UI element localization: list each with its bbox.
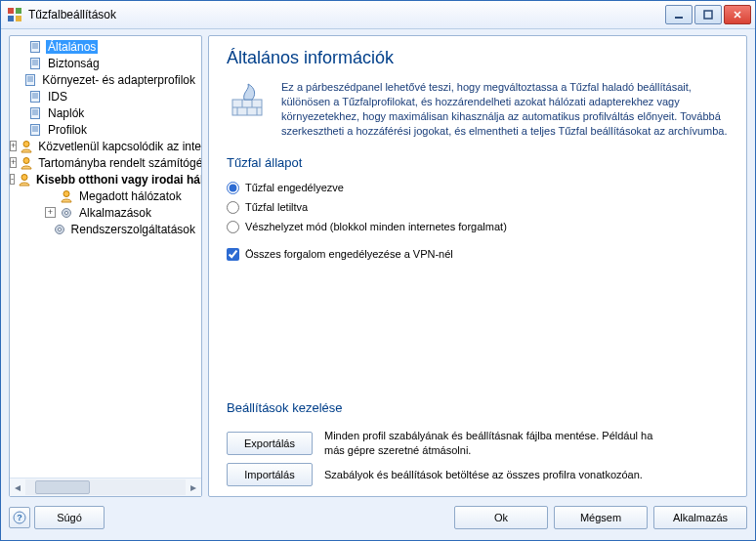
- export-desc: Minden profil szabályának és beállításna…: [324, 429, 676, 457]
- tree-item-label: Rendszerszolgáltatások: [69, 223, 197, 236]
- svg-rect-0: [8, 8, 14, 14]
- svg-rect-22: [31, 107, 40, 118]
- tree-item[interactable]: Biztonság: [10, 55, 201, 71]
- tree-item[interactable]: Környezet- és adapterprofilok: [10, 71, 201, 88]
- status-radio-label: Tűzfal letiltva: [245, 201, 308, 213]
- user-icon: [20, 155, 33, 171]
- svg-rect-1: [16, 8, 21, 14]
- window-buttons: [665, 5, 751, 24]
- tree-item[interactable]: -Kisebb otthoni vagy irodai hálózat: [10, 171, 201, 187]
- tree-item[interactable]: +Közvetlenül kapcsolódik az internethez: [10, 138, 201, 154]
- tree-item[interactable]: Rendszerszolgáltatások: [10, 221, 201, 237]
- vpn-allow-checkbox[interactable]: [227, 248, 239, 261]
- status-radio[interactable]: Tűzfal engedélyezve: [227, 178, 733, 197]
- intro: Ez a párbeszédpanel lehetővé teszi, hogy…: [227, 80, 733, 138]
- user-icon: [59, 188, 74, 204]
- page-icon: [23, 72, 37, 88]
- gear-icon: [59, 205, 74, 221]
- expand-icon[interactable]: +: [10, 141, 17, 151]
- vpn-allow-label: Összes forgalom engedélyezése a VPN-nél: [245, 248, 453, 260]
- status-radio-input[interactable]: [227, 182, 239, 194]
- footer-left: ? Súgó: [9, 506, 105, 529]
- svg-text:?: ?: [17, 513, 22, 522]
- gear-icon: [53, 222, 66, 237]
- status-radio[interactable]: Tűzfal letiltva: [227, 197, 733, 217]
- scroll-thumb[interactable]: [35, 480, 90, 494]
- status-radios: Tűzfal engedélyezveTűzfal letiltvaVészhe…: [227, 178, 733, 236]
- tree-item[interactable]: IDS: [10, 88, 201, 104]
- tree-item[interactable]: +Tartományba rendelt számítógép: [10, 154, 201, 171]
- svg-rect-2: [8, 16, 14, 21]
- svg-point-31: [23, 157, 29, 163]
- svg-rect-5: [704, 11, 712, 19]
- export-button[interactable]: Exportálás: [227, 432, 313, 455]
- ok-button[interactable]: Ok: [454, 506, 548, 529]
- firewall-settings-window: Tűzfalbeállítások ÁltalánosBiztonságKörn…: [0, 0, 756, 541]
- close-button[interactable]: [724, 5, 751, 24]
- footer-right: Ok Mégsem Alkalmazás: [454, 506, 747, 529]
- tree-item-label: Kisebb otthoni vagy irodai hálózat: [34, 173, 201, 187]
- scroll-track[interactable]: [25, 479, 186, 495]
- help-icon[interactable]: ?: [9, 507, 30, 528]
- twisty-none: [14, 91, 24, 102]
- tree-item-label: Biztonság: [46, 57, 102, 70]
- intro-text: Ez a párbeszédpanel lehetővé teszi, hogy…: [281, 80, 733, 138]
- nav-tree[interactable]: ÁltalánosBiztonságKörnyezet- és adapterp…: [10, 36, 201, 478]
- tree-item[interactable]: +Alkalmazások: [10, 204, 201, 221]
- tree-item-label: Alkalmazások: [77, 206, 153, 220]
- scroll-right-icon[interactable]: ▸: [186, 479, 201, 495]
- tree-item[interactable]: Profilok: [10, 121, 201, 138]
- tree-hscrollbar[interactable]: ◂ ▸: [10, 478, 201, 496]
- svg-rect-6: [31, 41, 40, 52]
- maximize-button[interactable]: [694, 5, 722, 24]
- twisty-none: [13, 74, 21, 85]
- panels: ÁltalánosBiztonságKörnyezet- és adapterp…: [9, 35, 747, 497]
- import-desc: Szabályok és beállítások betöltése az ös…: [324, 468, 643, 481]
- collapse-icon[interactable]: -: [10, 174, 15, 185]
- app-icon: [7, 7, 22, 22]
- tree-item-label: Általános: [46, 40, 98, 54]
- scroll-left-icon[interactable]: ◂: [10, 479, 25, 495]
- status-radio[interactable]: Vészhelyzet mód (blokkol minden internet…: [227, 217, 733, 236]
- cancel-button[interactable]: Mégsem: [554, 506, 648, 529]
- svg-rect-14: [26, 74, 35, 85]
- tree-item-label: Környezet- és adapterprofilok: [40, 73, 197, 87]
- svg-rect-10: [31, 58, 40, 68]
- status-radio-input[interactable]: [227, 201, 239, 214]
- tree-item-label: Profilok: [46, 123, 89, 137]
- tree-item[interactable]: Megadott hálózatok: [10, 187, 201, 204]
- page-icon: [27, 122, 43, 138]
- minimize-button[interactable]: [665, 5, 693, 24]
- help-button[interactable]: Súgó: [34, 506, 105, 529]
- svg-point-37: [58, 228, 61, 230]
- tree-item-label: Naplók: [46, 106, 86, 120]
- svg-rect-4: [675, 17, 683, 19]
- twisty-none: [14, 58, 24, 68]
- tree-item-label: Megadott hálózatok: [77, 189, 184, 203]
- twisty-none: [14, 41, 24, 52]
- firewall-icon: [227, 80, 268, 138]
- import-button[interactable]: Importálás: [227, 463, 313, 486]
- user-icon: [20, 139, 33, 154]
- tree-item-label: IDS: [46, 90, 69, 104]
- titlebar[interactable]: Tűzfalbeállítások: [1, 1, 755, 29]
- svg-point-32: [21, 174, 27, 180]
- expand-icon[interactable]: +: [10, 157, 17, 168]
- tree-item[interactable]: Naplók: [10, 104, 201, 121]
- nav-tree-panel: ÁltalánosBiztonságKörnyezet- és adapterp…: [9, 35, 202, 497]
- user-icon: [18, 172, 31, 187]
- import-row: Importálás Szabályok és beállítások betö…: [227, 463, 733, 486]
- svg-rect-18: [31, 91, 40, 102]
- vpn-allow-check[interactable]: Összes forgalom engedélyezése a VPN-nél: [227, 244, 733, 264]
- tree-item[interactable]: Általános: [10, 38, 201, 55]
- content-panel: Általános információk Ez a párbeszédpane…: [208, 35, 747, 497]
- apply-button[interactable]: Alkalmazás: [653, 506, 747, 529]
- tree-item-label: Tartományba rendelt számítógép: [36, 156, 201, 170]
- status-radio-label: Tűzfal engedélyezve: [245, 182, 344, 193]
- status-radio-input[interactable]: [227, 221, 239, 233]
- expand-icon[interactable]: +: [45, 207, 56, 218]
- twisty-none: [14, 107, 24, 118]
- export-row: Exportálás Minden profil szabályának és …: [227, 429, 733, 457]
- tree-item-label: Közvetlenül kapcsolódik az internethez: [36, 140, 201, 153]
- page-icon: [27, 39, 43, 55]
